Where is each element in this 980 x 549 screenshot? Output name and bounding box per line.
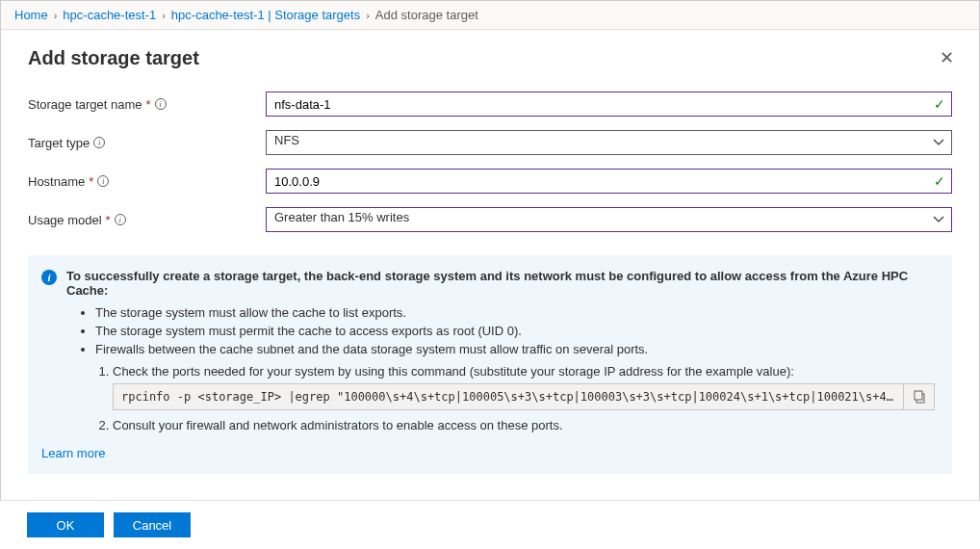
hostname-input[interactable]	[266, 169, 952, 194]
info-box: i To successfully create a storage targe…	[28, 255, 952, 474]
code-text: rpcinfo -p <storage_IP> |egrep "100000\s…	[114, 386, 903, 407]
target-type-label: Target type i	[28, 136, 266, 150]
copy-icon	[913, 390, 926, 404]
breadcrumb-home[interactable]: Home	[14, 8, 48, 22]
info-step: Consult your firewall and network admini…	[113, 418, 935, 432]
form: Storage target name * i ✓ Target type i …	[1, 82, 979, 232]
usage-model-label: Usage model * i	[28, 213, 266, 227]
info-bullet: The storage system must allow the cache …	[95, 305, 935, 320]
breadcrumb-current: Add storage target	[375, 8, 478, 22]
breadcrumb-resource[interactable]: hpc-cache-test-1	[63, 8, 156, 22]
breadcrumb-storage-targets[interactable]: hpc-cache-test-1 | Storage targets	[171, 8, 360, 22]
chevron-right-icon: ›	[54, 10, 58, 21]
info-icon[interactable]: i	[93, 137, 105, 148]
close-icon[interactable]: ✕	[936, 43, 958, 72]
chevron-right-icon: ›	[162, 10, 166, 21]
info-step: Check the ports needed for your system b…	[113, 364, 935, 410]
info-steps-list: Check the ports needed for your system b…	[113, 364, 935, 432]
info-bullet: Firewalls between the cache subnet and t…	[95, 342, 935, 356]
info-bullet-list: The storage system must allow the cache …	[95, 305, 935, 356]
required-indicator: *	[89, 174, 93, 189]
svg-rect-1	[915, 391, 922, 400]
ok-button[interactable]: OK	[27, 512, 104, 537]
cancel-button[interactable]: Cancel	[114, 512, 191, 537]
storage-target-name-input[interactable]	[266, 92, 952, 117]
info-bullet: The storage system must permit the cache…	[95, 324, 935, 338]
required-indicator: *	[146, 97, 151, 112]
hostname-label: Hostname * i	[28, 174, 266, 189]
breadcrumb: Home › hpc-cache-test-1 › hpc-cache-test…	[1, 1, 979, 30]
info-icon[interactable]: i	[115, 214, 126, 225]
target-type-select[interactable]: NFS	[266, 130, 952, 155]
info-icon[interactable]: i	[155, 98, 167, 110]
footer: OK Cancel	[0, 500, 980, 549]
usage-model-select[interactable]: Greater than 15% writes	[266, 207, 952, 232]
info-icon[interactable]: i	[97, 175, 109, 187]
required-indicator: *	[106, 213, 111, 227]
storage-target-name-label: Storage target name * i	[28, 97, 266, 112]
panel-header: Add storage target ✕	[1, 30, 979, 82]
code-box: rpcinfo -p <storage_IP> |egrep "100000\s…	[113, 383, 935, 410]
info-box-title: To successfully create a storage target,…	[66, 269, 935, 298]
copy-button[interactable]	[903, 384, 934, 409]
info-icon: i	[41, 270, 57, 285]
page-title: Add storage target	[28, 47, 199, 69]
learn-more-link[interactable]: Learn more	[41, 446, 105, 460]
chevron-right-icon: ›	[366, 10, 370, 21]
